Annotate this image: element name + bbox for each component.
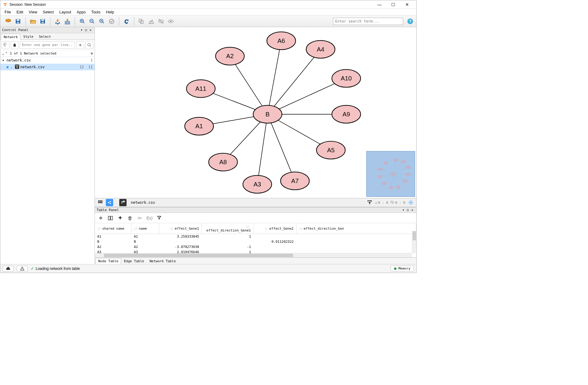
tree-child-row[interactable]: ● . network.csv 12 11 [0, 64, 95, 70]
svg-text:A8: A8 [219, 159, 227, 165]
cp-tab-network[interactable]: Network [1, 34, 20, 40]
svg-rect-12 [65, 21, 70, 24]
minimap[interactable]: BA6A4A2A10A11A9A1A5A8A7A3 [366, 151, 415, 197]
menu-tools[interactable]: Tools [89, 9, 103, 15]
new-session-button[interactable] [4, 17, 13, 26]
svg-rect-23 [15, 65, 19, 69]
table-row[interactable]: BB0.011202322 [95, 239, 416, 244]
tab-edge-table[interactable]: Edge Table [121, 258, 147, 264]
cp-tab-style[interactable]: Style [20, 34, 36, 40]
detach-icon[interactable] [119, 199, 127, 206]
table-gear-icon[interactable]: ⚙ [97, 215, 104, 221]
svg-point-16 [109, 19, 114, 23]
data-table: ⬚shared name⬚name⬚effect_Gene1⬚effect_di… [95, 223, 416, 257]
disclosure-icon[interactable]: ▾ [2, 58, 6, 62]
cp-tab-select[interactable]: Select [36, 34, 54, 40]
memory-dot-icon [394, 267, 396, 270]
show-all-button[interactable] [147, 17, 156, 26]
cloud-icon[interactable] [3, 266, 14, 272]
menu-apps[interactable]: Apps [74, 9, 88, 15]
menu-select[interactable]: Select [40, 9, 56, 15]
menu-icon[interactable]: ≡ [76, 41, 84, 49]
menu-file[interactable]: File [2, 9, 13, 15]
table-panel-title: Table Panel [97, 208, 119, 212]
trash-icon[interactable] [11, 41, 19, 49]
svg-rect-99 [101, 200, 102, 202]
warning-icon[interactable] [17, 266, 28, 272]
maximize-button[interactable]: ☐ [386, 0, 400, 9]
zoom-out-button[interactable] [88, 17, 97, 26]
zoom-in-button[interactable] [78, 17, 87, 26]
collapse-all-icon[interactable]: ⌄ [2, 51, 4, 55]
tab-network-table[interactable]: Network Table [147, 258, 178, 264]
column-header[interactable]: ⬚shared name [95, 223, 131, 234]
tree-root-name: network.csv [6, 58, 30, 62]
search-icon[interactable] [85, 41, 93, 49]
column-header[interactable]: ⬚effect_Gene1 [159, 223, 202, 234]
svg-text:A4: A4 [317, 46, 324, 53]
vertical-scrollbar[interactable] [412, 231, 416, 253]
apply-layout-button[interactable] [107, 17, 116, 26]
svg-line-63 [393, 162, 403, 174]
fit-icon[interactable] [407, 199, 414, 206]
gene-search-input[interactable] [20, 41, 75, 49]
svg-line-29 [230, 56, 267, 114]
open-button[interactable] [28, 17, 38, 26]
columns-icon[interactable] [107, 215, 114, 221]
gear-icon[interactable]: ⚙ [91, 51, 93, 55]
first-neighbors-button[interactable] [137, 17, 146, 26]
save-session-button[interactable] [13, 17, 23, 26]
hide-selected-button[interactable] [156, 17, 166, 26]
menu-help[interactable]: Help [104, 9, 117, 15]
tab-node-table[interactable]: Node Table [95, 258, 121, 264]
check-icon: ☑ [375, 201, 377, 205]
share-icon[interactable] [106, 199, 113, 206]
spiral-icon[interactable] [2, 41, 9, 49]
delete-icon[interactable] [127, 215, 133, 221]
minimize-button[interactable]: — [373, 0, 386, 9]
import-table-button[interactable] [63, 17, 72, 26]
tp-close-icon[interactable]: ✕ [410, 208, 414, 212]
network-view[interactable]: BA6A4A2A10A11A9A1A5A8A7A3 BA6A4A2A10A11A… [95, 27, 416, 198]
export-icon[interactable] [366, 199, 373, 206]
zoom-fit-button[interactable] [97, 17, 106, 26]
close-button[interactable]: ✕ [400, 0, 414, 9]
memory-button[interactable]: Memory [391, 266, 414, 271]
refresh-button[interactable] [122, 17, 131, 26]
cp-float-icon[interactable]: ◻ [84, 28, 88, 32]
column-header[interactable]: ⬚effect_direction_Gen [296, 223, 416, 234]
table-row[interactable]: A1A13.2583338451 [95, 234, 416, 239]
table-panel: Table Panel ▾ ◻ ✕ ⚙ + ⊞▸ f(x) [95, 207, 416, 264]
column-header[interactable]: ⬚effect_Gene2 [253, 223, 296, 234]
svg-line-37 [257, 114, 268, 184]
show-selected-button[interactable] [166, 17, 175, 26]
horizontal-scrollbar[interactable] [95, 253, 412, 257]
fx-icon[interactable]: f(x) [146, 215, 153, 221]
menu-edit[interactable]: Edit [14, 9, 26, 15]
help-button[interactable]: ? [406, 17, 414, 25]
cp-close-icon[interactable]: ✕ [88, 28, 93, 32]
cp-dropdown-icon[interactable]: ▾ [79, 28, 84, 32]
menubar: File Edit View Select Layout Apps Tools … [0, 9, 416, 16]
function-builder-icon[interactable]: ⊞▸ [136, 215, 143, 221]
svg-line-71 [393, 174, 398, 187]
network-count-label: 1 of 1 Network selected [10, 51, 56, 55]
tp-dropdown-icon[interactable]: ▾ [401, 208, 406, 212]
import-network-button[interactable] [53, 17, 62, 26]
menu-layout[interactable]: Layout [57, 9, 74, 15]
search-input[interactable] [333, 18, 403, 25]
tp-float-icon[interactable]: ◻ [406, 208, 410, 212]
grid-icon[interactable] [97, 199, 104, 206]
add-column-icon[interactable]: + [117, 215, 124, 221]
svg-rect-102 [101, 202, 102, 203]
tree-root-row[interactable]: ▾ network.csv 1 [0, 57, 95, 64]
column-header[interactable]: ⬚effect_direction_Gene1 [202, 223, 253, 234]
svg-line-69 [393, 174, 405, 181]
expand-all-icon[interactable]: ⌃ [5, 51, 8, 55]
tree-child-nodes: 12 [80, 65, 84, 69]
table-row[interactable]: A2A2-3.878273038-1 [95, 244, 416, 249]
table-export-icon[interactable] [156, 215, 163, 221]
save-button[interactable] [38, 17, 47, 26]
menu-view[interactable]: View [26, 9, 40, 15]
column-header[interactable]: ⬚name [131, 223, 159, 234]
